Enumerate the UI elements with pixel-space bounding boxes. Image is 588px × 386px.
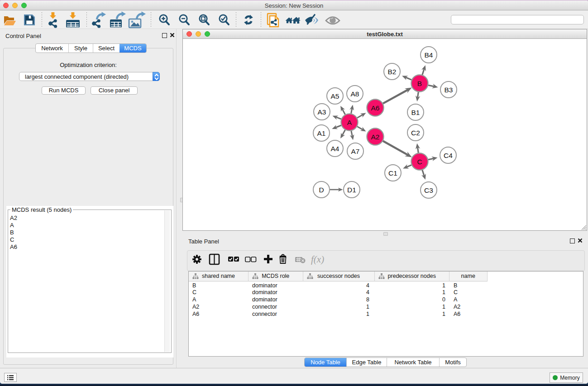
- svg-text:B4: B4: [425, 51, 433, 59]
- svg-text:D: D: [319, 186, 324, 194]
- svg-text:A: A: [347, 119, 352, 126]
- svg-text:A6: A6: [371, 104, 380, 112]
- svg-text:B1: B1: [411, 109, 420, 116]
- svg-text:C3: C3: [424, 186, 433, 194]
- svg-text:A3: A3: [318, 108, 326, 116]
- svg-text:C1: C1: [388, 169, 397, 177]
- svg-text:C4: C4: [444, 152, 453, 159]
- svg-text:A8: A8: [351, 90, 359, 98]
- svg-text:A4: A4: [331, 145, 339, 152]
- svg-text:D1: D1: [347, 186, 356, 194]
- svg-text:A7: A7: [351, 148, 360, 155]
- svg-text:C2: C2: [411, 129, 420, 137]
- svg-text:A1: A1: [317, 129, 326, 137]
- svg-text:A2: A2: [371, 133, 380, 141]
- svg-text:C: C: [417, 158, 422, 166]
- svg-text:A5: A5: [331, 92, 339, 100]
- svg-text:B3: B3: [445, 86, 453, 94]
- svg-text:f(x): f(x): [311, 254, 324, 265]
- svg-text:B: B: [417, 80, 422, 87]
- svg-text:B2: B2: [388, 68, 397, 76]
